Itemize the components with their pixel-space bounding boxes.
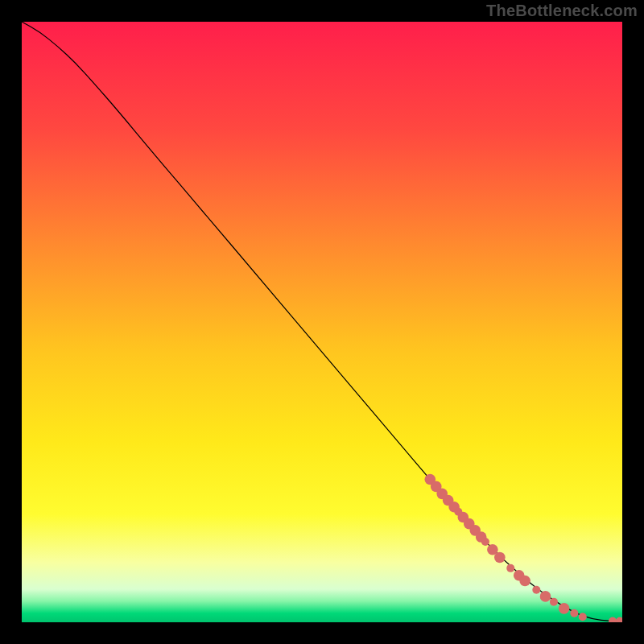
chart-frame: TheBottleneck.com [0,0,644,644]
plot-area [22,22,622,622]
highlight-dot [519,576,530,587]
chart-svg [22,22,622,622]
highlight-dot [494,552,506,564]
highlight-dot [506,564,514,572]
highlight-dot [550,598,558,606]
highlight-dot [579,613,587,621]
highlight-dot [559,603,570,614]
watermark-text: TheBottleneck.com [486,2,638,20]
gradient-background [22,22,622,622]
highlight-dot [532,586,540,594]
highlight-dot [540,591,551,602]
highlight-dot [481,538,489,546]
highlight-dot [570,609,578,617]
